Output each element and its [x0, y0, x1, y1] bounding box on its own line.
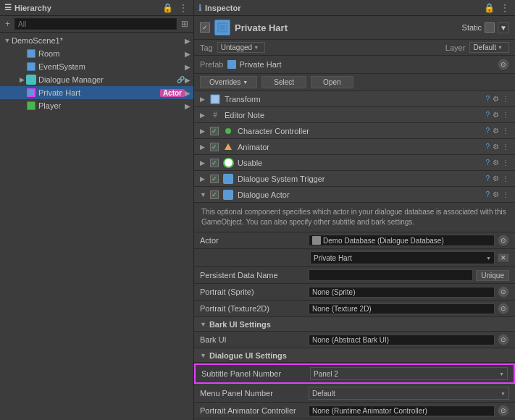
subtitle-panel-dropdown[interactable]: Panel 2 [310, 367, 508, 380]
tag-dropdown[interactable]: Untagged [217, 42, 265, 53]
object-name: Private Hart [235, 22, 458, 33]
unique-btn[interactable]: Unique [476, 270, 509, 281]
static-checkbox[interactable] [485, 22, 495, 33]
component-dialoguetrigger[interactable]: ▶ ✓ Dialogue System Trigger ? ⚙ ⋮ [194, 171, 515, 187]
charctrl-more[interactable]: ⋮ [502, 127, 509, 135]
dialoguetrigger-settings[interactable]: ⚙ [493, 175, 499, 182]
actor-name-dropdown[interactable]: Private Hart [310, 251, 495, 264]
component-charactercontroller[interactable]: ▶ ✓ Character Controller ? ⚙ ⋮ [194, 123, 515, 139]
persistent-data-input[interactable] [309, 269, 473, 281]
component-animator[interactable]: ▶ ✓ Animator ? ⚙ ⋮ [194, 139, 515, 155]
static-dropdown[interactable]: ▼ [498, 22, 509, 33]
charctrl-settings[interactable]: ⚙ [493, 127, 499, 135]
bark-ui-settings-header[interactable]: ▼ Bark UI Settings [194, 317, 515, 332]
actor-name-row: Private Hart ✕ [194, 249, 515, 267]
charctrl-enable[interactable]: ✓ [210, 127, 219, 135]
dialoguetrigger-icon [223, 174, 233, 184]
hierarchy-item-eventsystem[interactable]: EventSystem ▶ [0, 60, 193, 73]
charctrl-help[interactable]: ? [485, 127, 490, 135]
dialoguemanager-expand: ▶ [185, 76, 190, 84]
portrait-texture-circle-btn[interactable]: ⊙ [498, 303, 509, 314]
dialoguetrigger-help[interactable]: ? [485, 175, 490, 182]
dialoguemanager-label: Dialogue Manager [38, 75, 175, 84]
prefab-icon [227, 60, 236, 69]
hierarchy-add-icon[interactable]: + [4, 19, 12, 29]
dialogueactor-settings[interactable]: ⚙ [493, 190, 499, 198]
select-btn[interactable]: Select [261, 76, 306, 88]
usable-more[interactable]: ⋮ [502, 159, 509, 167]
hierarchy-menu-icon: ☰ [4, 3, 12, 12]
inspector-lock-icon[interactable]: 🔒 [482, 3, 496, 13]
editornote-help[interactable]: ? [485, 111, 490, 119]
menu-panel-value: Default [309, 387, 509, 400]
select-label: Select [274, 78, 294, 86]
dialogueactor-enable[interactable]: ✓ [210, 190, 219, 199]
actor-name-x-btn[interactable]: ✕ [498, 253, 509, 262]
dialogueactor-name: Dialogue Actor [238, 190, 482, 199]
menu-panel-dropdown[interactable]: Default [309, 387, 509, 400]
dialogueactor-more[interactable]: ⋮ [502, 190, 509, 198]
dialogueactor-desc-text: This optional component specifies which … [201, 208, 506, 226]
layer-dropdown[interactable]: Default [469, 42, 509, 53]
inspector-header: ℹ Inspector 🔒 ⋮ [194, 0, 515, 16]
usable-help[interactable]: ? [485, 159, 490, 167]
dialogueactor-help[interactable]: ? [485, 190, 490, 198]
privatehart-cube-icon [26, 88, 36, 98]
open-btn[interactable]: Open [311, 76, 353, 88]
object-enable-checkbox[interactable]: ✓ [200, 22, 210, 33]
prefab-value: Private Hart [227, 60, 493, 69]
editornote-settings[interactable]: ⚙ [493, 111, 499, 119]
hierarchy-item-player[interactable]: Player ▶ [0, 99, 193, 112]
actor-db-circle-btn[interactable]: ⊙ [498, 235, 509, 246]
portrait-sprite-circle-btn[interactable]: ⊙ [498, 286, 509, 298]
hierarchy-more-icon[interactable]: ⋮ [177, 3, 189, 13]
usable-toggle [223, 158, 234, 168]
transform-icon [210, 94, 220, 104]
transform-help[interactable]: ? [485, 95, 490, 103]
dialoguetrigger-more[interactable]: ⋮ [502, 175, 509, 182]
eventsystem-cube-icon [26, 62, 36, 72]
animator-more[interactable]: ⋮ [502, 143, 509, 151]
hierarchy-item-privatehart[interactable]: Private Hart Actor ▶ [0, 86, 193, 99]
dialoguetrigger-enable[interactable]: ✓ [210, 175, 219, 183]
hierarchy-lock-icon[interactable]: 🔒 [161, 3, 175, 13]
prefab-label: Prefab [200, 60, 223, 69]
animator-settings[interactable]: ⚙ [493, 143, 499, 151]
svg-rect-1 [219, 25, 225, 30]
portrait-animator-container: None (Runtime Animator Controller) [309, 406, 495, 416]
hierarchy-search-icon-btn[interactable]: ⊞ [180, 19, 190, 29]
animator-enable[interactable]: ✓ [210, 143, 219, 151]
actor-db-text: Demo Database (Dialogue Database) [323, 237, 444, 245]
portrait-animator-circle-btn[interactable]: ⊙ [498, 405, 509, 416]
hierarchy-search-input[interactable] [14, 18, 177, 30]
svg-marker-3 [225, 143, 232, 150]
hierarchy-item-room[interactable]: Room ▶ [0, 47, 193, 60]
transform-settings[interactable]: ⚙ [493, 95, 499, 103]
editornote-icon: # [210, 110, 220, 120]
transform-arrow: ▶ [200, 96, 207, 103]
dialogue-ui-settings-header[interactable]: ▼ Dialogue UI Settings [194, 348, 515, 363]
portrait-texture-row: Portrait (Texture2D) None (Texture 2D) ⊙ [194, 301, 515, 317]
transform-more[interactable]: ⋮ [502, 95, 509, 103]
usable-enable[interactable]: ✓ [210, 159, 219, 167]
bark-ui-circle-btn[interactable]: ⊙ [498, 334, 509, 345]
usable-toggle-knob [225, 159, 233, 167]
bark-ui-container: None (Abstract Bark UI) [309, 335, 495, 345]
component-usable[interactable]: ▶ ✓ Usable ? ⚙ ⋮ [194, 155, 515, 171]
inspector-more-icon[interactable]: ⋮ [499, 3, 511, 13]
hierarchy-item-demoscene[interactable]: ▼ DemoScene1* ▶ [0, 34, 193, 47]
editornote-more[interactable]: ⋮ [502, 111, 509, 119]
privatehart-expand: ▶ [185, 89, 190, 97]
tag-label: Tag [200, 43, 213, 52]
usable-settings[interactable]: ⚙ [493, 159, 499, 167]
hierarchy-item-dialoguemanager[interactable]: ▶ Dialogue Manager 🔗 ▶ [0, 73, 193, 86]
animator-help[interactable]: ? [485, 143, 490, 151]
prefab-circle-btn[interactable]: ⊙ [498, 59, 509, 70]
overrides-btn[interactable]: Overrides [200, 76, 257, 88]
component-editornote[interactable]: ▶ # Editor Note ? ⚙ ⋮ [194, 107, 515, 123]
inspector-header-right: 🔒 ⋮ [482, 3, 511, 13]
transform-actions: ? ⚙ ⋮ [485, 95, 509, 103]
component-dialogueactor-header[interactable]: ▼ ✓ Dialogue Actor ? ⚙ ⋮ [194, 187, 515, 203]
portrait-animator-text: None (Runtime Animator Controller) [312, 407, 427, 415]
component-transform[interactable]: ▶ Transform ? ⚙ ⋮ [194, 91, 515, 107]
